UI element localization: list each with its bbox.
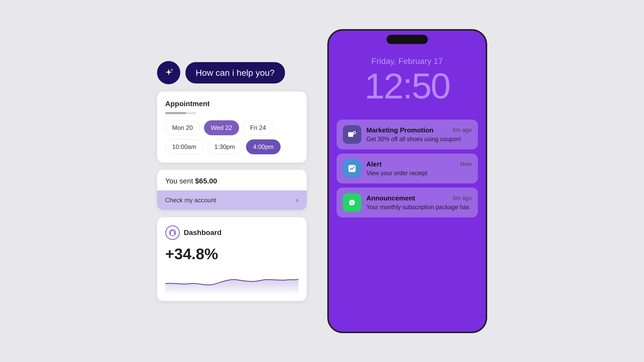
time-130pm[interactable]: 1:30pm [207,139,242,154]
svg-rect-6 [348,165,356,172]
check-account-label: Check my account [165,197,216,204]
dashboard-title: Dashboard [184,229,222,237]
notification-announcement-header: Announcement 5m ago [366,194,472,202]
phone-screen: Friday, February 17 12:50 Marketing P [329,31,486,332]
alert-time: Now [460,161,471,167]
chart-svg [165,267,298,293]
alert-title: Alert [366,160,382,168]
payment-amount: $65.00 [195,177,217,185]
notification-announcement[interactable]: Announcement 5m ago Your monthly subscri… [337,188,478,217]
dashboard-card: Dashboard +34.8% [157,217,307,301]
marketing-app-icon [347,130,357,139]
svg-point-5 [354,132,355,133]
alert-app-icon [347,163,357,174]
announcement-body: Your monthly subscription package has [366,204,472,211]
ai-header: How can i help you? [157,61,307,84]
payment-card: You sent $65.00 Check my account › [157,170,307,210]
time-4pm[interactable]: 4:00pm [246,139,281,154]
announcement-time: 5m ago [453,195,471,201]
date-mon20[interactable]: Mon 20 [165,120,200,135]
payment-text: You sent $65.00 [165,177,298,185]
announcement-title: Announcement [366,194,415,202]
date-fri24[interactable]: Fri 24 [243,120,273,135]
phone-time: 12:50 [337,68,478,104]
payment-text-before: You sent [165,177,195,185]
notification-alert-header: Alert Now [366,160,472,168]
notifications-list: Marketing Promotion 5m ago Get 30% off a… [337,120,478,217]
phone-container: Friday, February 17 12:50 Marketing P [327,29,487,333]
ai-bubble-text: How can i help you? [196,68,275,78]
dashboard-icon [165,225,180,240]
check-account-button[interactable]: Check my account › [157,190,307,210]
time-10am[interactable]: 10:00am [165,139,203,154]
time-row: 10:00am 1:30pm 4:00pm [165,139,298,154]
chart-container [165,267,298,293]
marketing-body: Get 30% off all shoes using coupon! [366,136,472,143]
date-row: Mon 20 Wed 22 Fri 24 [165,120,298,135]
dashboard-header: Dashboard [165,225,298,240]
notification-announcement-content: Announcement 5m ago Your monthly subscri… [366,194,472,211]
notification-marketing[interactable]: Marketing Promotion 5m ago Get 30% off a… [337,120,478,149]
notification-marketing-content: Marketing Promotion 5m ago Get 30% off a… [366,126,472,143]
date-wed22[interactable]: Wed 22 [204,120,239,135]
svg-rect-3 [348,132,353,137]
progress-bar-fill [165,112,186,114]
phone-date: Friday, February 17 [337,56,478,66]
marketing-icon [343,125,361,144]
alert-body: View your order receipt [366,170,472,177]
marketing-time: 5m ago [453,127,471,133]
whatsapp-icon [347,197,357,208]
announcement-icon [343,193,361,212]
phone-notch [387,35,428,44]
headphone-icon [168,229,177,237]
notification-alert-content: Alert Now View your order receipt [366,160,472,177]
sparkle-icon [163,67,175,79]
marketing-title: Marketing Promotion [366,126,434,134]
ai-bubble: How can i help you? [185,62,285,83]
left-panel: How can i help you? Appointment Mon 20 W… [157,61,307,301]
progress-bar-container [165,112,196,114]
main-container: How can i help you? Appointment Mon 20 W… [0,0,644,362]
alert-icon [343,159,361,178]
chevron-right-icon: › [296,196,298,204]
appointment-title: Appointment [165,100,298,108]
svg-rect-1 [170,232,171,234]
ai-icon-circle [157,61,180,84]
svg-rect-2 [174,232,175,234]
dashboard-percent: +34.8% [165,245,298,263]
notification-marketing-header: Marketing Promotion 5m ago [366,126,472,134]
appointment-card: Appointment Mon 20 Wed 22 Fri 24 10:00am [157,91,307,163]
notification-alert[interactable]: Alert Now View your order receipt [337,154,478,183]
